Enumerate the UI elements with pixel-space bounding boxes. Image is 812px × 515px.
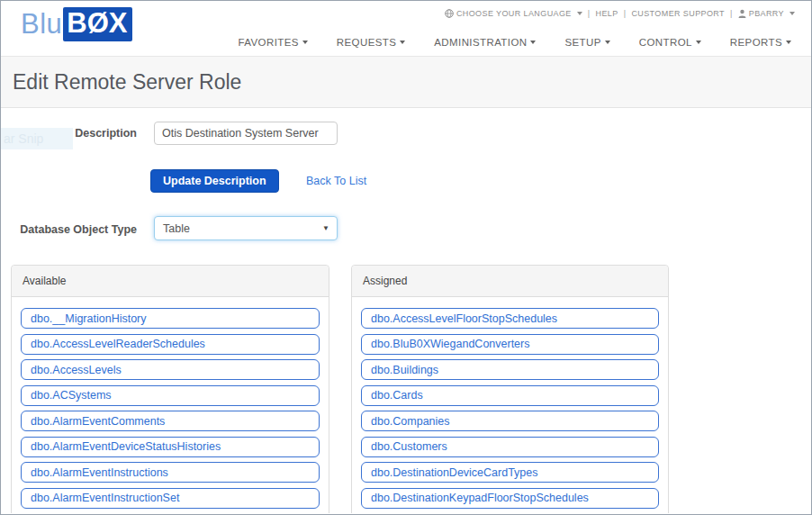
choose-language-link[interactable]: CHOOSE YOUR LANGUAGE xyxy=(445,9,582,18)
globe-icon xyxy=(445,9,454,18)
nav-setup-label: SETUP xyxy=(564,37,600,48)
list-item[interactable]: dbo.ACSystems xyxy=(21,385,320,406)
logo-text-blu: Blu xyxy=(21,8,62,41)
chevron-down-icon xyxy=(577,12,582,15)
list-item[interactable]: dbo.AccessLevelFloorStopSchedules xyxy=(361,308,659,329)
help-link[interactable]: HELP xyxy=(596,9,618,18)
list-item[interactable]: dbo.AlarmEventInstructionSet xyxy=(21,488,320,509)
separator: | xyxy=(588,9,591,18)
nav-administration-label: ADMINISTRATION xyxy=(434,37,527,48)
chevron-down-icon xyxy=(786,41,791,44)
list-item[interactable]: dbo.Companies xyxy=(361,411,659,431)
nav-setup[interactable]: SETUP xyxy=(564,37,609,48)
nav-requests[interactable]: REQUESTS xyxy=(337,37,405,48)
database-object-type-label: Database Object Type xyxy=(1,223,137,236)
nav-favorites[interactable]: FAVORITES xyxy=(239,37,308,48)
chevron-down-icon xyxy=(696,41,701,44)
app-window: Blu BØX CHOOSE YOUR LANGUAGE | HELP | CU… xyxy=(0,0,812,515)
user-icon xyxy=(738,9,746,18)
back-to-list-link[interactable]: Back To List xyxy=(306,175,366,187)
list-item[interactable]: dbo.Buildings xyxy=(361,359,659,380)
available-list: dbo.__MigrationHistory dbo.AccessLevelRe… xyxy=(12,297,329,513)
chevron-down-icon xyxy=(302,41,308,44)
header: Blu BØX CHOOSE YOUR LANGUAGE | HELP | CU… xyxy=(1,1,811,57)
list-item[interactable]: dbo.AlarmEventInstructions xyxy=(21,462,320,483)
assigned-panel-header: Assigned xyxy=(352,266,668,297)
nav-reports-label: REPORTS xyxy=(730,37,782,48)
chevron-down-icon xyxy=(530,41,536,44)
page-title: Edit Remote Server Role xyxy=(1,70,241,95)
select-caret-icon: ▼ xyxy=(322,224,329,232)
description-label: Description xyxy=(1,127,137,140)
assigned-panel: Assigned dbo.AccessLevelFloorStopSchedul… xyxy=(351,265,669,513)
nav-favorites-label: FAVORITES xyxy=(239,37,299,48)
customer-support-link[interactable]: CUSTOMER SUPPORT xyxy=(631,9,725,18)
list-item[interactable]: dbo.BluB0XWiegandConverters xyxy=(361,334,659,355)
database-object-type-select[interactable]: Table ▼ xyxy=(154,216,338,240)
available-panel-header: Available xyxy=(12,266,329,297)
list-item[interactable]: dbo.__MigrationHistory xyxy=(21,308,320,329)
list-item[interactable]: dbo.Customers xyxy=(361,437,659,457)
update-description-button[interactable]: Update Description xyxy=(150,169,279,193)
logo-text-box: BØX xyxy=(63,7,131,41)
nav-control-label: CONTROL xyxy=(639,37,692,48)
description-input[interactable] xyxy=(154,122,338,145)
nav-administration[interactable]: ADMINISTRATION xyxy=(434,37,536,48)
customer-support-label: CUSTOMER SUPPORT xyxy=(631,9,725,18)
database-object-type-value: Table xyxy=(163,222,190,235)
assigned-list: dbo.AccessLevelFloorStopSchedules dbo.Bl… xyxy=(352,297,668,513)
list-item[interactable]: dbo.AccessLevels xyxy=(21,359,320,380)
nav-reports[interactable]: REPORTS xyxy=(730,37,791,48)
nav-requests-label: REQUESTS xyxy=(337,37,396,48)
list-item[interactable]: dbo.DestinationDeviceCardTypes xyxy=(361,462,659,483)
separator: | xyxy=(730,9,733,18)
chevron-down-icon xyxy=(789,12,795,15)
available-panel: Available dbo.__MigrationHistory dbo.Acc… xyxy=(11,265,329,513)
list-item[interactable]: dbo.AccessLevelReaderSchedules xyxy=(21,334,320,355)
username-label: PBARRY xyxy=(749,9,784,18)
list-item[interactable]: dbo.Cards xyxy=(361,385,659,406)
user-menu[interactable]: PBARRY xyxy=(738,9,795,18)
choose-language-label: CHOOSE YOUR LANGUAGE xyxy=(456,9,572,18)
title-band: Edit Remote Server Role xyxy=(1,57,811,108)
chevron-down-icon xyxy=(605,41,610,44)
list-item[interactable]: dbo.DestinationKeypadFloorStopSchedules xyxy=(361,488,659,509)
content: ar Snip Description Update Description B… xyxy=(1,108,811,513)
nav-control[interactable]: CONTROL xyxy=(639,37,701,48)
transfer-panels: Available dbo.__MigrationHistory dbo.Acc… xyxy=(11,265,669,513)
separator: | xyxy=(624,9,627,18)
main-nav: FAVORITES REQUESTS ADMINISTRATION SETUP … xyxy=(239,37,791,48)
list-item[interactable]: dbo.AlarmEventComments xyxy=(21,411,320,431)
utility-bar: CHOOSE YOUR LANGUAGE | HELP | CUSTOMER S… xyxy=(445,9,795,18)
blubox-logo[interactable]: Blu BØX xyxy=(21,7,132,41)
help-label: HELP xyxy=(596,9,618,18)
list-item[interactable]: dbo.AlarmEventDeviceStatusHistories xyxy=(21,437,320,457)
chevron-down-icon xyxy=(400,41,405,44)
